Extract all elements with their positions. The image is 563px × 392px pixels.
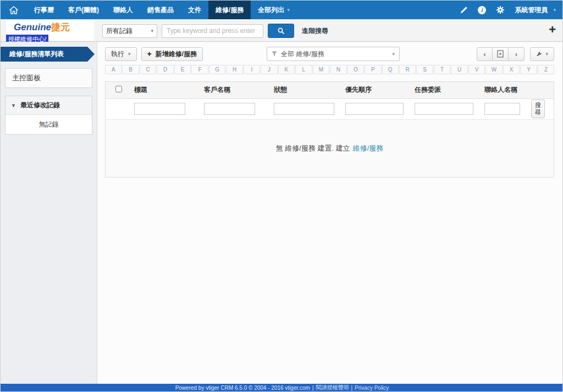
alphabet-letter[interactable]: B: [122, 65, 139, 74]
alphabet-letter[interactable]: P: [365, 65, 381, 74]
recent-records-empty: 無記錄: [5, 114, 92, 134]
top-navigation-bar: 行事曆 客戶(團體) 聯絡人 銷售產品 文件 維修/服務 全部列出 ▾ i: [1, 1, 563, 19]
select-all-checkbox[interactable]: [115, 86, 122, 92]
filter-input-assigned[interactable]: [415, 103, 473, 115]
search-icon: [277, 27, 285, 35]
left-sidebar: 維修/服務清單列表 主控面板 ▼ 最近修改記錄 無記錄: [1, 42, 97, 385]
column-search-row: 搜 尋: [106, 98, 554, 119]
user-menu[interactable]: 系統管理員 ▾: [515, 5, 556, 15]
column-header-status[interactable]: 狀態: [272, 82, 343, 98]
alphabet-letter[interactable]: F: [191, 65, 208, 74]
search-scope-select[interactable]: 所有記錄 ▾: [102, 24, 157, 38]
alphabet-letter[interactable]: O: [347, 65, 364, 74]
list-settings-wrench-button[interactable]: ▾: [530, 47, 554, 61]
column-header-priority[interactable]: 優先順序: [343, 82, 412, 98]
alphabet-letter[interactable]: T: [434, 65, 450, 74]
footer-license-link[interactable]: 閱讀授權聲明: [316, 384, 349, 391]
chevron-down-icon: ▾: [393, 51, 395, 57]
alphabet-letter[interactable]: K: [278, 65, 295, 74]
filter-input-contact[interactable]: [484, 103, 520, 115]
nav-item-products[interactable]: 銷售產品: [140, 1, 181, 19]
alphabet-letter[interactable]: J: [261, 65, 277, 74]
brand-text: Genuine捷元: [6, 21, 94, 34]
quick-add-plus-icon[interactable]: +: [549, 24, 556, 36]
alphabet-letter[interactable]: Y: [520, 65, 537, 74]
footer-privacy-link[interactable]: Privacy Policy: [355, 385, 389, 391]
actions-dropdown-button[interactable]: 執行 ▾: [105, 47, 137, 61]
column-header-assigned[interactable]: 任務委派: [412, 82, 482, 98]
brand-zh: 捷元: [51, 22, 70, 32]
user-name: 系統管理員: [515, 5, 548, 15]
list-toolbar: 執行 ▾ + 新增維修/服務 全部 維修/服務 ▾ ‹ ›: [105, 47, 554, 61]
filter-input-organization[interactable]: [204, 103, 255, 115]
pagination-group: ‹ ›: [477, 47, 525, 61]
alphabet-letter[interactable]: S: [416, 65, 433, 74]
column-header-contact[interactable]: 聯絡人名稱: [482, 82, 529, 98]
nav-item-contacts[interactable]: 聯絡人: [106, 1, 140, 19]
alphabet-letter[interactable]: R: [399, 65, 416, 74]
column-header-title[interactable]: 標題: [132, 82, 202, 98]
records-table: 標題 客戶名稱 狀態 優先順序 任務委派 聯絡人名稱: [106, 82, 554, 119]
plus-icon: +: [147, 49, 152, 58]
alphabet-letter[interactable]: N: [330, 65, 346, 74]
chevron-down-icon: ▾: [128, 51, 131, 57]
sidebar-list-title-banner[interactable]: 維修/服務清單列表: [1, 47, 95, 62]
alphabet-letter[interactable]: D: [157, 65, 173, 74]
advanced-search-link[interactable]: 進階搜尋: [302, 26, 328, 36]
list-filter-select[interactable]: 全部 維修/服務 ▾: [267, 47, 400, 61]
alphabet-letter[interactable]: U: [451, 65, 467, 74]
alphabet-letter[interactable]: W: [485, 65, 502, 74]
settings-gear-icon[interactable]: [496, 5, 505, 14]
info-glyph: i: [478, 6, 486, 14]
page-previous-button[interactable]: ‹: [477, 47, 493, 61]
info-icon[interactable]: i: [478, 6, 486, 14]
chevron-down-icon: ▼: [11, 103, 16, 108]
quick-create-pencil-icon[interactable]: [460, 6, 468, 14]
nav-item-all-menu[interactable]: 全部列出 ▾: [251, 1, 297, 19]
search-button[interactable]: [268, 24, 294, 38]
alphabet-letter[interactable]: E: [174, 65, 191, 74]
column-header-search: [529, 82, 554, 98]
alphabet-letter[interactable]: Q: [382, 65, 399, 74]
add-record-button[interactable]: + 新增維修/服務: [141, 47, 203, 61]
chevron-down-icon: ▾: [545, 51, 548, 57]
filter-input-priority[interactable]: [345, 103, 404, 115]
sidebar-item-dashboard[interactable]: 主控面板: [5, 68, 92, 88]
page-jump-button[interactable]: [493, 47, 509, 61]
alphabet-letter[interactable]: C: [140, 65, 156, 74]
nav-item-helpdesk-active[interactable]: 維修/服務: [208, 1, 251, 19]
footer-separator: |: [312, 385, 314, 391]
nav-item-documents[interactable]: 文件: [181, 1, 208, 19]
topnav-right-icons: i 系統管理員 ▾: [460, 1, 563, 19]
alphabet-letter[interactable]: H: [226, 65, 242, 74]
vtiger-crm-window: 行事曆 客戶(團體) 聯絡人 銷售產品 文件 維修/服務 全部列出 ▾ i: [0, 0, 563, 392]
chevron-down-icon: ▾: [151, 28, 153, 34]
alphabet-letter[interactable]: G: [209, 65, 225, 74]
alphabet-filter-row: A B C D E F G H I J K L M N O P Q R S T …: [105, 65, 554, 74]
search-input[interactable]: [162, 24, 263, 38]
nav-item-organizations[interactable]: 客戶(團體): [61, 1, 106, 19]
recent-records-header[interactable]: ▼ 最近修改記錄: [5, 96, 92, 114]
alphabet-letter[interactable]: X: [503, 65, 520, 74]
alphabet-letter[interactable]: I: [244, 65, 260, 74]
footer-bar: Powered by vtiger CRM 6.5.0 © 2004 - 201…: [1, 384, 563, 391]
alphabet-letter[interactable]: L: [295, 65, 312, 74]
footer-powered-by[interactable]: Powered by vtiger CRM 6.5.0 © 2004 - 201…: [175, 385, 310, 391]
page-next-button[interactable]: ›: [509, 47, 525, 61]
alphabet-letter[interactable]: M: [313, 65, 329, 74]
toolbar-right-group: ‹ › ▾: [477, 47, 554, 61]
alphabet-letter[interactable]: A: [105, 65, 122, 74]
alphabet-letter[interactable]: Z: [538, 65, 554, 74]
chevron-down-icon: ▾: [553, 7, 556, 13]
nav-item-calendar[interactable]: 行事曆: [27, 1, 61, 19]
home-icon[interactable]: [1, 1, 27, 19]
filter-input-status[interactable]: [274, 103, 334, 115]
column-search-button[interactable]: 搜 尋: [531, 100, 545, 118]
alphabet-letter[interactable]: V: [468, 65, 485, 74]
table-header-row: 標題 客戶名稱 狀態 優先順序 任務委派 聯絡人名稱: [106, 82, 554, 98]
create-record-link[interactable]: 維修/服務: [353, 143, 384, 153]
filter-input-title[interactable]: [134, 103, 185, 115]
main-content: 執行 ▾ + 新增維修/服務 全部 維修/服務 ▾ ‹ ›: [97, 42, 563, 385]
company-logo: Genuine捷元 授權維修中心/: [6, 21, 94, 41]
column-header-organization[interactable]: 客戶名稱: [202, 82, 272, 98]
